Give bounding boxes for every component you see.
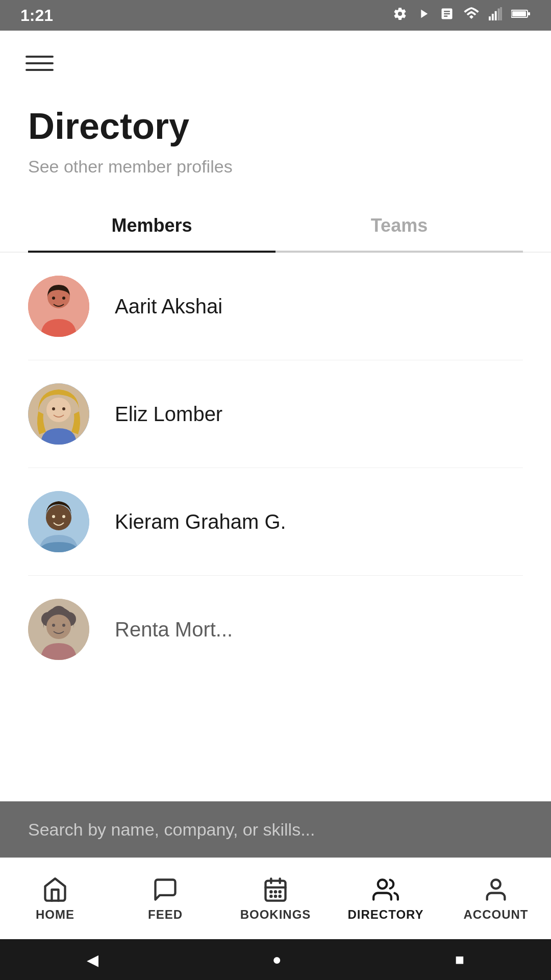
- page-title: Directory: [28, 106, 523, 146]
- home-icon: [41, 875, 69, 903]
- main-content: Directory See other member profiles Memb…: [0, 31, 551, 857]
- svg-point-29: [52, 624, 55, 627]
- svg-rect-5: [492, 14, 494, 20]
- tab-teams[interactable]: Teams: [276, 202, 523, 252]
- member-name: Aarit Akshai: [115, 295, 222, 318]
- clipboard-icon: [440, 7, 454, 24]
- hamburger-line-2: [26, 62, 54, 64]
- svg-point-19: [62, 407, 65, 410]
- svg-rect-7: [498, 8, 500, 20]
- svg-rect-8: [500, 7, 502, 20]
- page-subtitle: See other member profiles: [28, 157, 523, 177]
- avatar: [28, 599, 89, 660]
- status-icons: [393, 7, 531, 24]
- nav-home[interactable]: HOME: [0, 868, 110, 929]
- svg-rect-4: [489, 16, 491, 20]
- hamburger-line-1: [26, 56, 54, 58]
- svg-point-28: [46, 615, 71, 639]
- list-item[interactable]: Renta Mort...: [28, 576, 523, 683]
- list-item[interactable]: Kieram Graham G.: [28, 468, 523, 576]
- avatar: [28, 383, 89, 445]
- svg-rect-10: [528, 12, 530, 15]
- android-nav-bar: ◀ ● ■: [0, 939, 551, 980]
- feed-icon: [152, 875, 180, 903]
- list-item[interactable]: Eliz Lomber: [28, 360, 523, 468]
- account-icon: [482, 875, 510, 903]
- avatar: [28, 491, 89, 552]
- svg-point-17: [46, 398, 71, 422]
- bookings-icon: [262, 875, 290, 903]
- member-list: Aarit Akshai: [0, 253, 551, 683]
- battery-icon: [511, 7, 531, 24]
- svg-point-15: [62, 297, 65, 300]
- svg-rect-3: [444, 15, 447, 16]
- wifi-icon: [463, 7, 480, 24]
- home-button[interactable]: ●: [272, 951, 281, 968]
- nav-account-label: ACCOUNT: [464, 908, 529, 922]
- svg-point-30: [62, 624, 65, 627]
- status-bar: 1:21: [0, 0, 551, 31]
- nav-account[interactable]: ACCOUNT: [441, 868, 551, 929]
- directory-icon: [372, 875, 400, 903]
- svg-point-42: [491, 879, 500, 888]
- svg-point-21: [46, 505, 71, 530]
- nav-directory-label: DIRECTORY: [347, 908, 423, 922]
- tabs-container: Members Teams: [0, 202, 551, 253]
- signal-icon: [489, 7, 502, 24]
- nav-feed-label: FEED: [148, 908, 183, 922]
- back-button[interactable]: ◀: [87, 951, 98, 969]
- search-placeholder[interactable]: Search by name, company, or skills...: [28, 820, 315, 840]
- bottom-nav: HOME FEED BOOKINGS: [0, 857, 551, 939]
- status-time: 1:21: [20, 6, 53, 25]
- svg-rect-6: [495, 11, 497, 20]
- member-name: Kieram Graham G.: [115, 510, 286, 533]
- list-item[interactable]: Aarit Akshai: [28, 253, 523, 360]
- svg-point-41: [378, 879, 387, 888]
- member-name: Eliz Lomber: [115, 403, 222, 426]
- svg-point-23: [62, 515, 65, 518]
- nav-home-label: HOME: [36, 908, 74, 922]
- nav-bookings-label: BOOKINGS: [240, 908, 311, 922]
- settings-icon: [393, 7, 407, 24]
- svg-point-22: [52, 515, 55, 518]
- svg-rect-1: [444, 11, 450, 12]
- recents-button[interactable]: ■: [455, 951, 464, 968]
- nav-bookings[interactable]: BOOKINGS: [220, 868, 331, 929]
- nav-feed[interactable]: FEED: [110, 868, 220, 929]
- member-name: Renta Mort...: [115, 618, 233, 641]
- svg-point-18: [52, 407, 55, 410]
- svg-rect-11: [512, 11, 526, 16]
- svg-rect-2: [444, 13, 450, 14]
- page-header: Directory See other member profiles: [0, 86, 551, 202]
- nav-directory[interactable]: DIRECTORY: [331, 868, 441, 929]
- search-overlay[interactable]: Search by name, company, or skills...: [0, 801, 551, 857]
- avatar: [28, 276, 89, 337]
- hamburger-line-3: [26, 69, 54, 71]
- play-icon: [416, 7, 431, 24]
- svg-point-14: [52, 297, 55, 300]
- tab-members[interactable]: Members: [28, 202, 276, 252]
- hamburger-menu[interactable]: [0, 31, 551, 86]
